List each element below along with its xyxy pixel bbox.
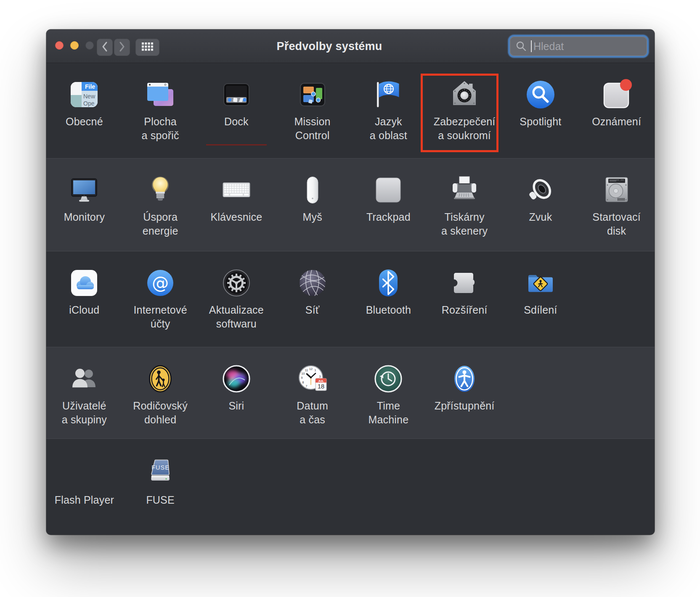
pref-oznameni[interactable]: Oznámení <box>578 63 655 158</box>
pref-label-sit: Síť <box>305 303 320 317</box>
svg-text:JUL: JUL <box>318 379 324 383</box>
pref-mys[interactable]: Myš <box>274 158 350 251</box>
pref-dock[interactable]: Dock <box>199 63 275 158</box>
pref-label-mys: Myš <box>302 210 322 224</box>
trackpad-icon <box>372 174 405 206</box>
security-privacy-icon <box>448 78 481 111</box>
software-update-icon <box>220 267 253 299</box>
pref-label-dock: Dock <box>224 115 249 129</box>
pref-datum-a-cas[interactable]: 12111109873JUL18Datum a čas <box>274 347 350 439</box>
users-groups-icon <box>68 362 101 395</box>
pref-label-oznameni: Oznámení <box>592 115 641 129</box>
pref-klavesnice[interactable]: Klávesnice <box>199 158 275 251</box>
svg-text:12: 12 <box>309 367 313 370</box>
svg-text:New: New <box>83 93 95 100</box>
pref-zvuk[interactable]: Zvuk <box>503 158 579 251</box>
pref-tiskarny-a-skenery[interactable]: Tiskárny a skenery <box>427 158 503 251</box>
svg-text:File: File <box>85 83 95 90</box>
pref-label-klavesnice: Klávesnice <box>210 210 262 224</box>
pref-mission-control[interactable]: Mission Control <box>274 63 350 158</box>
pref-time-machine[interactable]: Time Machine <box>350 347 427 439</box>
pref-icloud[interactable]: iCloud <box>46 251 122 347</box>
internet-accounts-icon: @ <box>144 267 177 299</box>
date-time-icon: 12111109873JUL18 <box>296 362 329 395</box>
network-icon <box>296 267 329 299</box>
pref-startovaci-disk[interactable]: Startovací disk <box>578 158 655 251</box>
pref-label-zabezpeceni-a-soukromi: Zabezpečení a soukromí <box>434 115 496 143</box>
pref-label-aktualizace-softwaru: Aktualizace softwaru <box>209 303 264 331</box>
accessibility-icon <box>448 362 481 395</box>
language-region-icon <box>372 78 405 111</box>
energy-saver-icon <box>144 174 177 206</box>
sound-icon <box>524 174 557 206</box>
pref-jazyk-a-oblast[interactable]: Jazyk a oblast <box>350 63 427 158</box>
svg-text:Ope: Ope <box>83 100 95 107</box>
svg-text:11: 11 <box>305 369 308 372</box>
mouse-icon <box>296 174 329 206</box>
svg-text:1: 1 <box>314 369 316 372</box>
pref-spotlight[interactable]: Spotlight <box>503 63 579 158</box>
pref-label-sdileni: Sdílení <box>524 303 557 317</box>
pref-label-icloud: iCloud <box>69 303 99 317</box>
pref-uspora-energie[interactable]: Úspora energie <box>122 158 199 251</box>
fuse-icon: FUSE <box>144 457 177 489</box>
time-machine-icon <box>372 362 405 395</box>
icloud-icon <box>68 267 101 299</box>
pref-label-startovaci-disk: Startovací disk <box>592 210 641 238</box>
prefs-row-3: iCloud@Internetové účtyAktualizace softw… <box>46 251 655 347</box>
dock-icon <box>220 78 253 111</box>
general-icon: FileNewOpe <box>68 78 101 111</box>
parental-controls-icon <box>144 362 177 395</box>
search-icon <box>516 41 527 52</box>
startup-disk-icon <box>600 174 633 206</box>
pref-internetove-ucty[interactable]: @Internetové účty <box>122 251 199 347</box>
pref-sit[interactable]: Síť <box>274 251 350 347</box>
pref-zabezpeceni-a-soukromi[interactable]: Zabezpečení a soukromí <box>427 63 503 158</box>
svg-text:3: 3 <box>319 375 321 378</box>
spotlight-icon <box>524 78 557 111</box>
pref-label-uzivatele-a-skupiny: Uživatelé a skupiny <box>62 399 107 427</box>
pref-uzivatele-a-skupiny[interactable]: Uživatelé a skupiny <box>46 347 122 439</box>
pref-rodicovsky-dohled[interactable]: Rodičovský dohled <box>122 347 199 439</box>
pref-label-rozsireni: Rozšíření <box>442 303 488 317</box>
pref-fuse[interactable]: FUSEFUSE <box>122 439 199 535</box>
pref-label-tiskarny-a-skenery: Tiskárny a skenery <box>441 210 488 238</box>
pref-label-zpristupneni: Zpřístupnění <box>435 399 495 413</box>
pref-trackpad[interactable]: Trackpad <box>350 158 427 251</box>
sharing-icon <box>524 267 557 299</box>
preferences-grid: FileNewOpeObecnéPlocha a spořičDockMissi… <box>46 63 655 535</box>
svg-text:18: 18 <box>318 383 324 390</box>
pref-label-rodicovsky-dohled: Rodičovský dohled <box>133 399 188 427</box>
pref-siri[interactable]: Siri <box>199 347 275 439</box>
pref-zpristupneni[interactable]: Zpřístupnění <box>427 347 503 439</box>
pref-obecne[interactable]: FileNewOpeObecné <box>46 63 122 158</box>
pref-flash-player[interactable]: Flash Player <box>46 439 122 535</box>
printers-scanners-icon <box>448 174 481 206</box>
mission-control-icon <box>296 78 329 111</box>
displays-icon <box>68 174 101 206</box>
pref-label-fuse: FUSE <box>146 493 174 507</box>
extensions-icon <box>448 267 481 299</box>
pref-aktualizace-softwaru[interactable]: Aktualizace softwaru <box>199 251 275 347</box>
pref-sdileni[interactable]: Sdílení <box>503 251 579 347</box>
pref-rozsireni[interactable]: Rozšíření <box>427 251 503 347</box>
icon-placeholder <box>68 457 101 489</box>
svg-text:@: @ <box>152 273 169 293</box>
pref-bluetooth[interactable]: Bluetooth <box>350 251 427 347</box>
pref-plocha-a-sporic[interactable]: Plocha a spořič <box>122 63 199 158</box>
pref-label-time-machine: Time Machine <box>368 399 408 427</box>
pref-monitory[interactable]: Monitory <box>46 158 122 251</box>
system-preferences-window: Předvolby systému FileNewOpeObecnéPlocha… <box>46 29 655 535</box>
pref-label-siri: Siri <box>228 399 244 413</box>
bluetooth-icon <box>372 267 405 299</box>
pref-label-zvuk: Zvuk <box>529 210 552 224</box>
svg-text:FUSE: FUSE <box>151 464 170 471</box>
pref-label-spotlight: Spotlight <box>520 115 561 129</box>
pref-label-internetove-ucty: Internetové účty <box>133 303 187 331</box>
svg-text:9: 9 <box>301 376 302 379</box>
svg-text:7: 7 <box>305 385 307 388</box>
prefs-row-1: FileNewOpeObecnéPlocha a spořičDockMissi… <box>46 63 655 158</box>
pref-label-trackpad: Trackpad <box>366 210 411 224</box>
pref-label-datum-a-cas: Datum a čas <box>297 399 328 427</box>
siri-icon <box>220 362 253 395</box>
